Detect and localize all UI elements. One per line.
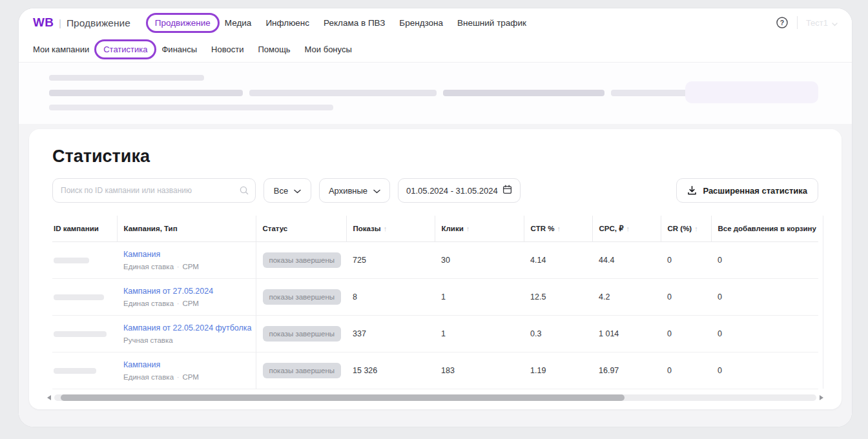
sub-nav-item-1[interactable]: Статистика (103, 45, 147, 54)
cell-ctr: 1.19 (524, 352, 592, 389)
top-nav-item-1[interactable]: Медиа (225, 18, 252, 28)
dot-separator: · (177, 374, 179, 381)
column-header-6[interactable]: CPC, ₽↑ (592, 216, 661, 242)
promo-banner (19, 63, 852, 124)
date-range-picker[interactable]: 01.05.2024 - 31.05.2024 (398, 178, 521, 203)
sub-nav-item-3[interactable]: Новости (211, 45, 243, 54)
download-icon (687, 185, 697, 196)
top-nav-item-0[interactable]: Продвижение (155, 18, 211, 28)
cell-campaign-id (52, 279, 117, 316)
sort-arrow-icon: ↑ (557, 225, 561, 232)
brand-logo: WB | Продвижение (33, 15, 130, 30)
campaign-type: Единая ставка·CPM (123, 300, 251, 307)
column-header-8[interactable]: Все добавления в корзину?↑ (711, 216, 818, 242)
account-label: Тест1 (806, 18, 828, 28)
dot-separator: · (177, 300, 179, 307)
campaign-id-redacted (54, 258, 89, 263)
product-name: Продвижение (67, 17, 130, 29)
cell-clicks: 1 (435, 316, 524, 352)
scope-select[interactable]: Все (264, 178, 311, 203)
cell-ctr: 4.14 (524, 242, 592, 279)
campaign-link[interactable]: Кампания от 22.05.2024 футболка (123, 323, 252, 332)
banner-redacted-line (249, 90, 437, 96)
table-right-divider (823, 216, 823, 389)
banner-redacted-line (49, 90, 243, 96)
cell-cart-adds: 0 (711, 279, 818, 316)
campaign-id-redacted (54, 331, 107, 337)
content-area: Статистика Все (19, 63, 852, 427)
column-header-7[interactable]: CR (%)↑ (661, 216, 711, 242)
campaign-link[interactable]: Кампания от 27.05.2024 (123, 287, 213, 296)
sub-nav-item-4[interactable]: Помощь (258, 45, 290, 54)
sub-nav-item-5[interactable]: Мои бонусы (305, 45, 352, 54)
table-row: Кампания от 22.05.2024 футболкаРучная ст… (52, 316, 818, 352)
calendar-icon (502, 185, 512, 196)
campaign-type: Единая ставка·CPM (123, 373, 251, 381)
top-nav-item-4[interactable]: Брендзона (399, 18, 443, 28)
account-menu[interactable]: Тест1 (806, 17, 838, 28)
top-nav-right: ? Тест1 (776, 16, 838, 29)
cell-views: 337 (346, 316, 435, 352)
cell-clicks: 1 (435, 279, 524, 316)
cell-status: показы завершены (256, 242, 346, 279)
filter-bar: Все Архивные 01.05.2024 - 31.05.2024 (52, 178, 818, 203)
horizontal-scrollbar (47, 394, 823, 402)
column-label: Клики (442, 225, 464, 232)
sort-arrow-icon: ↑ (466, 225, 470, 232)
column-header-5[interactable]: CTR %↑ (524, 216, 592, 242)
status-select[interactable]: Архивные (319, 178, 390, 203)
chevron-down-icon (832, 19, 838, 28)
table-row: Кампания от 27.05.2024Единая ставка·CPMп… (52, 279, 818, 316)
scrollbar-track[interactable] (54, 394, 816, 401)
campaign-id-redacted (54, 294, 104, 300)
status-badge: показы завершены (263, 326, 342, 342)
sub-nav: Мои кампанииСтатистикаФинансыНовостиПомо… (33, 45, 352, 54)
column-header-0: ID кампании (52, 216, 117, 242)
top-nav-item-3[interactable]: Реклама в ПВЗ (324, 18, 385, 28)
cell-cr: 0 (661, 316, 711, 352)
table-row: КампанияЕдиная ставка·CPMпоказы завершен… (52, 352, 818, 389)
cell-status: показы завершены (256, 352, 346, 389)
sub-nav-item-0[interactable]: Мои кампании (33, 45, 89, 54)
top-nav: ПродвижениеМедиаИнфлюенсРеклама в ПВЗБре… (155, 18, 526, 28)
banner-redacted-line (49, 75, 204, 81)
sub-nav-item-2[interactable]: Финансы (161, 45, 197, 54)
top-nav-item-5[interactable]: Внешний трафик (457, 18, 526, 28)
scroll-left-arrow[interactable] (47, 395, 51, 400)
scroll-right-arrow[interactable] (820, 395, 823, 400)
cell-clicks: 183 (435, 352, 524, 389)
search-input[interactable] (52, 178, 256, 203)
page-title: Статистика (52, 146, 818, 167)
column-label: Показы (353, 225, 381, 232)
logo-separator: | (59, 17, 61, 28)
banner-button[interactable] (685, 81, 818, 103)
app-window: WB | Продвижение ПродвижениеМедиаИнфлюен… (18, 8, 852, 427)
scrollbar-thumb[interactable] (61, 394, 625, 401)
campaign-link[interactable]: Кампания (123, 250, 160, 259)
cell-cpc: 44.4 (592, 242, 661, 279)
help-icon[interactable]: ? (776, 16, 789, 29)
status-badge: показы завершены (263, 363, 342, 378)
top-navbar: WB | Продвижение ПродвижениеМедиаИнфлюен… (19, 8, 852, 37)
column-header-4[interactable]: Клики↑ (435, 216, 524, 242)
sort-arrow-icon: ↑ (626, 225, 630, 232)
cell-campaign-name: Кампания от 27.05.2024Единая ставка·CPM (117, 279, 256, 316)
column-label: Все добавления в корзину (718, 225, 816, 232)
column-header-2: Статус (256, 216, 346, 242)
cell-cart-adds: 0 (711, 352, 818, 389)
sort-arrow-icon: ↑ (384, 225, 388, 232)
cell-cr: 0 (661, 352, 711, 389)
search-box (52, 178, 256, 203)
column-label: CPC, ₽ (599, 225, 624, 232)
top-nav-item-2[interactable]: Инфлюенс (265, 18, 309, 28)
campaign-link[interactable]: Кампания (123, 360, 160, 369)
column-label: Кампания, Тип (124, 225, 178, 232)
column-header-3[interactable]: Показы↑ (346, 216, 435, 242)
cell-views: 8 (346, 279, 435, 316)
cell-ctr: 12.5 (524, 279, 592, 316)
cell-campaign-name: КампанияЕдиная ставка·CPM (117, 352, 256, 389)
cell-campaign-id (52, 352, 117, 389)
column-header-1: Кампания, Тип (117, 216, 256, 242)
extended-statistics-button[interactable]: Расширенная статистика (676, 178, 818, 203)
cell-campaign-id (52, 242, 117, 279)
